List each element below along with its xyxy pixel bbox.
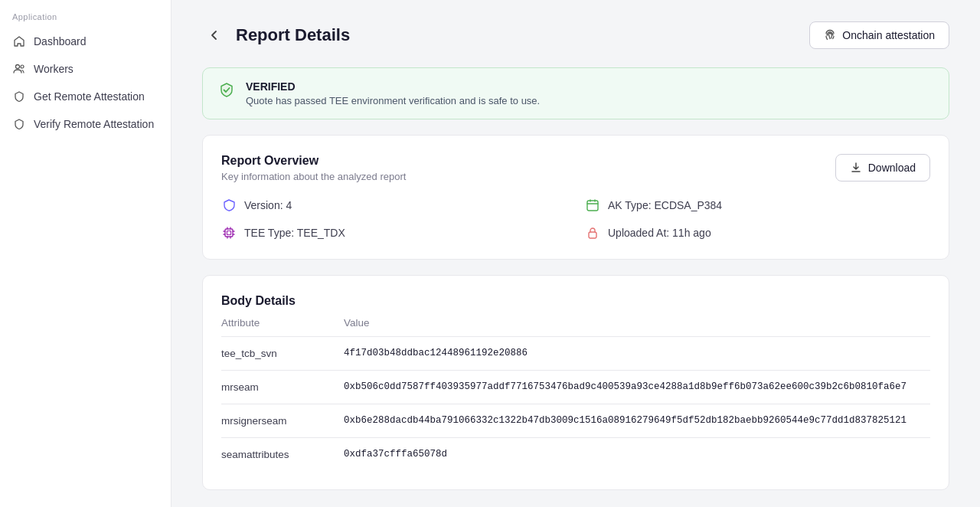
table-cell-attribute: tee_tcb_svn: [221, 337, 344, 371]
table-cell-value: 0xb6e288dacdb44ba791066332c1322b47db3009…: [344, 404, 930, 438]
svg-point-0: [16, 65, 20, 69]
uploaded-at-label: Uploaded At: 11h ago: [608, 227, 711, 239]
table-cell-attribute: seamattributes: [221, 438, 344, 472]
verified-shield-icon: [218, 81, 235, 98]
body-details-table: Attribute Value tee_tcb_svn4f17d03b48ddb…: [221, 311, 930, 471]
version-shield-icon: [221, 198, 237, 213]
sidebar-item-workers-label: Workers: [34, 63, 74, 75]
svg-rect-4: [227, 231, 231, 235]
report-overview-card: Report Overview Key information about th…: [202, 135, 949, 260]
home-icon: [12, 34, 26, 48]
download-icon: [850, 162, 862, 174]
header-left: Report Details: [202, 23, 350, 47]
overview-ak-type: AK Type: ECDSA_P384: [585, 198, 930, 213]
tee-type-label: TEE Type: TEE_TDX: [244, 227, 345, 239]
svg-rect-2: [587, 201, 598, 211]
lock-icon: [585, 225, 600, 240]
back-button[interactable]: [202, 23, 227, 47]
table-cell-value: 0xb506c0dd7587ff403935977addf7716753476b…: [344, 371, 930, 404]
onchain-attestation-button[interactable]: Onchain attestation: [809, 21, 949, 49]
page-title: Report Details: [236, 25, 350, 45]
sidebar: Application Dashboard Workers Get Remote…: [0, 0, 172, 507]
table-row: mrsignerseam0xb6e288dacdb44ba791066332c1…: [221, 404, 930, 438]
fingerprint-icon: [824, 29, 836, 41]
verified-description: Quote has passed TEE environment verific…: [246, 95, 540, 106]
report-overview-subtitle: Key information about the analyzed repor…: [221, 171, 406, 182]
table-row: tee_tcb_svn4f17d03b48ddbac12448961192e20…: [221, 337, 930, 371]
verified-banner: VERIFIED Quote has passed TEE environmen…: [202, 67, 949, 119]
sidebar-item-verify-remote-label: Verify Remote Attestation: [34, 118, 154, 130]
verified-text: VERIFIED Quote has passed TEE environmen…: [246, 80, 540, 106]
processor-icon: [221, 225, 237, 240]
table-cell-attribute: mrseam: [221, 371, 344, 404]
overview-tee-type: TEE Type: TEE_TDX: [221, 225, 567, 240]
main-content: Report Details Onchain attestation: [172, 0, 980, 507]
sidebar-item-verify-remote-attestation[interactable]: Verify Remote Attestation: [0, 110, 171, 138]
svg-rect-3: [225, 229, 233, 237]
download-label: Download: [868, 162, 916, 174]
sidebar-item-get-remote-label: Get Remote Attestation: [34, 90, 145, 103]
body-details-card: Body Details Attribute Value tee_tcb_svn…: [202, 275, 949, 490]
report-overview-header: Report Overview Key information about th…: [221, 154, 930, 182]
table-row: mrseam0xb506c0dd7587ff403935977addf77167…: [221, 371, 930, 404]
overview-grid: Version: 4 AK Type: ECDSA_P384: [221, 198, 930, 240]
table-cell-attribute: mrsignerseam: [221, 404, 344, 438]
sidebar-section-label: Application: [0, 12, 171, 28]
overview-version: Version: 4: [221, 198, 567, 213]
col-value: Value: [344, 311, 930, 337]
page-header: Report Details Onchain attestation: [202, 21, 949, 49]
sidebar-item-dashboard-label: Dashboard: [34, 35, 87, 47]
table-row: seamattributes0xdfa37cfffa65078d: [221, 438, 930, 472]
sidebar-item-dashboard[interactable]: Dashboard: [0, 28, 171, 55]
body-details-title: Body Details: [221, 294, 930, 308]
table-cell-value: 4f17d03b48ddbac12448961192e20886: [344, 337, 930, 371]
download-button[interactable]: Download: [835, 154, 930, 182]
report-overview-title: Report Overview: [221, 154, 406, 168]
calendar-icon: [585, 198, 600, 213]
sidebar-item-get-remote-attestation[interactable]: Get Remote Attestation: [0, 83, 171, 110]
overview-uploaded-at: Uploaded At: 11h ago: [585, 225, 930, 240]
shield-get-icon: [12, 90, 26, 103]
col-attribute: Attribute: [221, 311, 344, 337]
svg-point-1: [21, 65, 24, 68]
shield-verify-icon: [12, 117, 26, 131]
ak-type-label: AK Type: ECDSA_P384: [608, 199, 722, 211]
verified-title: VERIFIED: [246, 80, 540, 93]
report-overview-titles: Report Overview Key information about th…: [221, 154, 406, 182]
svg-rect-5: [589, 232, 596, 238]
onchain-button-label: Onchain attestation: [842, 29, 935, 41]
version-label: Version: 4: [244, 199, 292, 211]
table-cell-value: 0xdfa37cfffa65078d: [344, 438, 930, 472]
sidebar-item-workers[interactable]: Workers: [0, 55, 171, 83]
users-icon: [12, 62, 26, 76]
